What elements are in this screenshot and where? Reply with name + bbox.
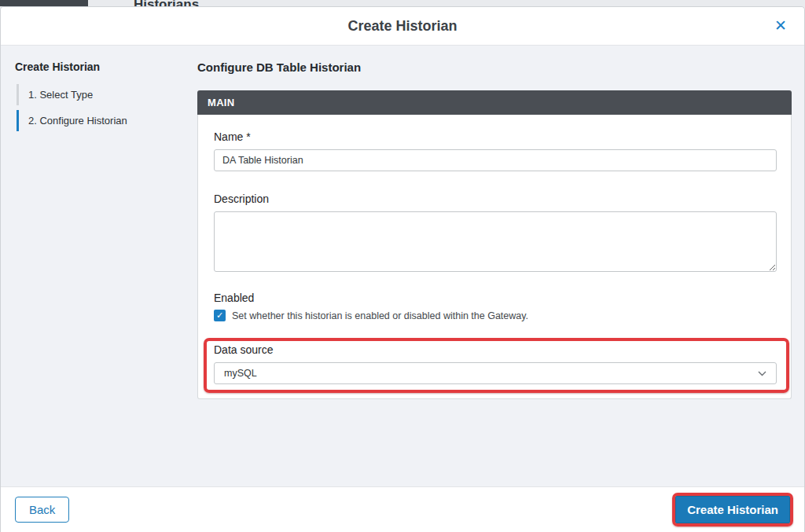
section-panel-main: Name * Description Enabled ✓ Set whether… [197,115,792,399]
name-label: Name * [214,130,777,143]
modal-title: Create Historian [347,18,457,35]
description-textarea[interactable] [214,211,777,272]
data-source-value: mySQL [224,368,257,379]
create-historian-modal: Create Historian ✕ Create Historian 1. S… [0,6,805,532]
wizard-nav: Create Historian 1. Select Type 2. Confi… [1,46,197,486]
wizard-step-configure-historian[interactable]: 2. Configure Historian [17,110,197,131]
enabled-label: Enabled [214,292,777,304]
data-source-label: Data source [214,343,777,356]
wizard-heading: Create Historian [15,61,197,73]
description-field-group: Description [214,193,777,272]
annotation-box-create-button: Create Historian [672,493,793,526]
back-button[interactable]: Back [15,497,69,523]
section-header-main: MAIN [197,90,792,115]
page-title: Configure DB Table Historian [197,61,792,74]
background-page-title-text: Historians [134,0,199,6]
chevron-down-icon [758,371,766,376]
enabled-checkbox-row: ✓ Set whether this historian is enabled … [214,310,777,321]
modal-header: Create Historian ✕ [1,7,804,46]
modal-body: Create Historian 1. Select Type 2. Confi… [1,46,804,486]
enabled-checkbox[interactable]: ✓ [214,310,226,321]
name-field-group: Name * [214,130,777,171]
wizard-step-select-type[interactable]: 1. Select Type [17,84,197,105]
close-icon[interactable]: ✕ [774,17,787,35]
name-input[interactable] [214,149,777,171]
create-historian-button[interactable]: Create Historian [675,496,790,523]
background-page-title: Historians [134,0,199,6]
data-source-select[interactable]: mySQL [214,362,777,384]
modal-footer: Back Create Historian [1,486,804,532]
enabled-field-group: Enabled ✓ Set whether this historian is … [214,292,777,321]
configure-content: Configure DB Table Historian MAIN Name *… [197,46,804,486]
description-label: Description [214,193,777,205]
background-page-strip: Historians [0,0,805,6]
annotation-box-data-source: Data source mySQL [204,338,789,393]
background-sidebar [0,0,88,6]
enabled-help-text: Set whether this historian is enabled or… [232,310,528,321]
